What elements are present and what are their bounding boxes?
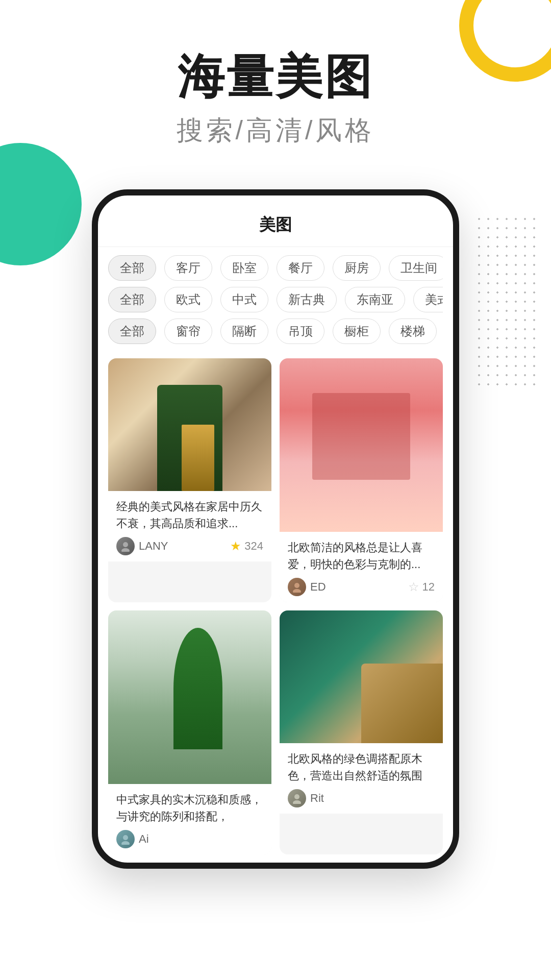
filter-row-room: 全部 客厅 卧室 餐厅 厨房 卫生间 bbox=[108, 255, 443, 281]
card-bedroom-american[interactable]: 经典的美式风格在家居中历久不衰，其高品质和追求... LANY bbox=[108, 358, 271, 602]
filter-tag-kitchen[interactable]: 厨房 bbox=[333, 255, 381, 281]
card-stars-2: ☆ 12 bbox=[408, 580, 435, 594]
card-teal-room[interactable]: 北欧风格的绿色调搭配原木色，营造出自然舒适的氛围 Rit bbox=[280, 610, 443, 854]
phone-nav-title: 美图 bbox=[98, 195, 453, 247]
card-pink-nordic[interactable]: 北欧简洁的风格总是让人喜爱，明快的色彩与克制的... ED bbox=[280, 358, 443, 602]
filter-tag-all-2[interactable]: 全部 bbox=[108, 287, 156, 312]
card-desc-4: 北欧风格的绿色调搭配原木色，营造出自然舒适的氛围 bbox=[288, 750, 435, 784]
card-author-4: Rit bbox=[288, 789, 324, 807]
filter-tag-curtain[interactable]: 窗帘 bbox=[164, 318, 212, 344]
filter-tag-dining[interactable]: 餐厅 bbox=[277, 255, 324, 281]
card-author-2: ED bbox=[288, 578, 326, 596]
filter-tag-all-1[interactable]: 全部 bbox=[108, 255, 156, 281]
filter-tag-european[interactable]: 欧式 bbox=[164, 287, 212, 312]
card-author-3: Ai bbox=[116, 830, 149, 848]
sub-title: 搜索/高清/风格 bbox=[0, 113, 551, 149]
filter-tag-neoclassical[interactable]: 新古典 bbox=[277, 287, 337, 312]
author-name-rit: Rit bbox=[310, 792, 324, 805]
svg-point-5 bbox=[121, 841, 130, 845]
avatar-ai bbox=[116, 830, 135, 848]
svg-point-7 bbox=[293, 800, 301, 804]
filter-tag-chinese[interactable]: 中式 bbox=[220, 287, 268, 312]
phone-wrapper: 美图 全部 客厅 卧室 餐厅 厨房 卫生间 全部 欧式 中式 新古典 东南亚 美… bbox=[0, 189, 551, 869]
svg-point-4 bbox=[123, 835, 128, 840]
card-meta-4: Rit bbox=[288, 789, 435, 807]
star-count-1: 324 bbox=[244, 540, 263, 553]
author-name-lany: LANY bbox=[139, 540, 168, 553]
avatar-ed bbox=[288, 578, 306, 596]
filter-tag-partition[interactable]: 隔断 bbox=[220, 318, 268, 344]
filter-tag-stairs[interactable]: 楼梯 bbox=[389, 318, 437, 344]
svg-point-2 bbox=[294, 583, 299, 588]
card-image-pink bbox=[280, 358, 443, 532]
filter-tag-bedroom[interactable]: 卧室 bbox=[220, 255, 268, 281]
card-author-1: LANY bbox=[116, 537, 168, 555]
filter-tag-southeast-asia[interactable]: 东南亚 bbox=[345, 287, 405, 312]
image-grid: 经典的美式风格在家居中历久不衰，其高品质和追求... LANY bbox=[98, 350, 453, 863]
header-area: 海量美图 搜索/高清/风格 bbox=[0, 0, 551, 169]
filter-section: 全部 客厅 卧室 餐厅 厨房 卫生间 全部 欧式 中式 新古典 东南亚 美式 全… bbox=[98, 247, 453, 344]
filter-tag-all-3[interactable]: 全部 bbox=[108, 318, 156, 344]
card-info-1: 经典的美式风格在家居中历久不衰，其高品质和追求... LANY bbox=[108, 491, 271, 561]
filter-tag-bathroom[interactable]: 卫生间 bbox=[389, 255, 443, 281]
card-image-green bbox=[108, 610, 271, 784]
author-name-ai: Ai bbox=[139, 832, 149, 846]
card-desc-3: 中式家具的实木沉稳和质感，与讲究的陈列和搭配， bbox=[116, 791, 263, 825]
main-title: 海量美图 bbox=[0, 51, 551, 103]
author-name-ed: ED bbox=[310, 580, 326, 594]
filter-tag-cabinet[interactable]: 橱柜 bbox=[333, 318, 381, 344]
filter-row-style: 全部 欧式 中式 新古典 东南亚 美式 bbox=[108, 287, 443, 312]
filter-tag-living[interactable]: 客厅 bbox=[164, 255, 212, 281]
card-stars-1: ★ 324 bbox=[230, 539, 263, 553]
avatar-lany bbox=[116, 537, 135, 555]
svg-point-1 bbox=[121, 548, 130, 552]
card-desc-2: 北欧简洁的风格总是让人喜爱，明快的色彩与克制的... bbox=[288, 539, 435, 573]
filter-tag-ceiling[interactable]: 吊顶 bbox=[277, 318, 324, 344]
card-image-bedroom bbox=[108, 358, 271, 491]
star-icon-1: ★ bbox=[230, 539, 241, 553]
card-info-3: 中式家具的实木沉稳和质感，与讲究的陈列和搭配， Ai bbox=[108, 784, 271, 854]
card-meta-1: LANY ★ 324 bbox=[116, 537, 263, 555]
filter-row-element: 全部 窗帘 隔断 吊顶 橱柜 楼梯 窗 bbox=[108, 318, 443, 344]
star-icon-2: ☆ bbox=[408, 580, 419, 594]
card-desc-1: 经典的美式风格在家居中历久不衰，其高品质和追求... bbox=[116, 498, 263, 532]
card-green-plant[interactable]: 中式家具的实木沉稳和质感，与讲究的陈列和搭配， Ai bbox=[108, 610, 271, 854]
card-meta-3: Ai bbox=[116, 830, 263, 848]
svg-point-6 bbox=[294, 794, 299, 799]
card-image-teal bbox=[280, 610, 443, 743]
card-meta-2: ED ☆ 12 bbox=[288, 578, 435, 596]
phone-frame: 美图 全部 客厅 卧室 餐厅 厨房 卫生间 全部 欧式 中式 新古典 东南亚 美… bbox=[92, 189, 459, 869]
card-info-2: 北欧简洁的风格总是让人喜爱，明快的色彩与克制的... ED bbox=[280, 532, 443, 602]
svg-point-3 bbox=[293, 589, 301, 593]
card-info-4: 北欧风格的绿色调搭配原木色，营造出自然舒适的氛围 Rit bbox=[280, 743, 443, 814]
svg-point-0 bbox=[123, 542, 128, 547]
star-count-2: 12 bbox=[422, 580, 435, 594]
avatar-rit bbox=[288, 789, 306, 807]
filter-tag-american[interactable]: 美式 bbox=[413, 287, 443, 312]
